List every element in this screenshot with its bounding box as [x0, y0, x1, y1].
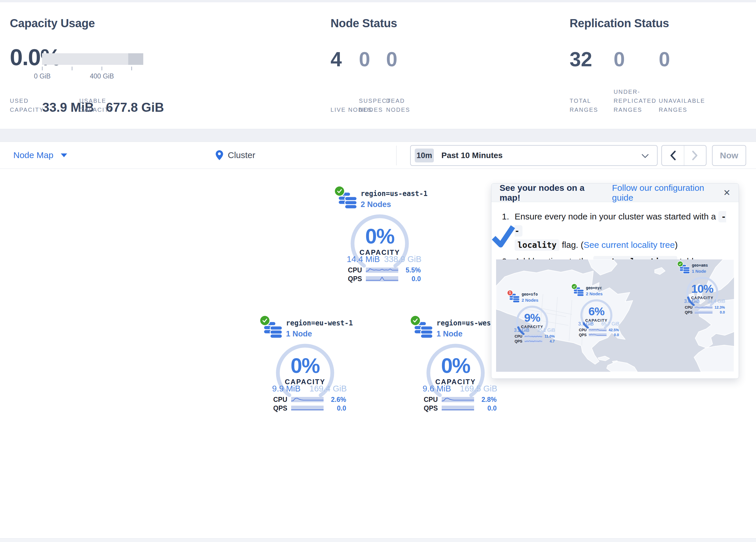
- cpu-sparkline: [524, 335, 542, 338]
- node-locality-card: region=us-east-1 2 Nodes 0% CAPACITY 14.…: [331, 185, 429, 281]
- node-status-title: Node Status: [331, 17, 397, 30]
- capacity-gauge: 0% CAPACITY: [424, 341, 487, 405]
- locality-name[interactable]: geo=sfo: [522, 292, 538, 297]
- check-icon: [491, 224, 517, 250]
- qps-label: QPS: [579, 333, 589, 337]
- dead-nodes-label: DEAD NODES: [386, 96, 430, 114]
- locality-name[interactable]: geo=ams: [692, 263, 708, 267]
- next-range-button[interactable]: [684, 146, 706, 165]
- locality-node-count[interactable]: 1 Node: [286, 330, 353, 339]
- total-ranges-count: 32: [570, 49, 592, 69]
- capacity-gauge: 0% CAPACITY: [348, 212, 412, 276]
- step-text: flag. (: [559, 240, 583, 249]
- warning-status-icon: 1: [507, 290, 513, 296]
- live-nodes-count: 4: [331, 49, 342, 69]
- capacity-usage-bar-segment: [128, 53, 143, 65]
- locality-node-count[interactable]: 1 Node: [692, 269, 708, 274]
- dead-nodes-count: 0: [386, 49, 397, 69]
- locality-tree-link[interactable]: See current locality tree: [583, 240, 675, 249]
- cpu-label: CPU: [348, 266, 366, 274]
- qps-sparkline: [524, 340, 542, 343]
- qps-value: 0.0: [412, 275, 421, 283]
- popup-header: See your nodes on a map! Follow our conf…: [491, 183, 739, 202]
- locality-breadcrumb[interactable]: Cluster: [216, 142, 255, 168]
- map-pin-icon: [216, 150, 223, 160]
- locality-name[interactable]: region=us-east-1: [361, 190, 427, 198]
- cpu-sparkline: [442, 397, 474, 402]
- usable-capacity-value: 677.8 GiB: [106, 101, 164, 114]
- cpu-label: CPU: [515, 334, 524, 339]
- used-capacity: 14.4 MiB: [347, 254, 380, 264]
- node-locality-card: region=us-west-1 1 Node 0% CAPACITY 9.6 …: [406, 315, 505, 410]
- locality-node-count[interactable]: 2 Nodes: [522, 298, 538, 303]
- replication-status-title: Replication Status: [570, 17, 669, 30]
- prev-range-button[interactable]: [662, 146, 684, 165]
- view-selector-label: Node Map: [13, 150, 53, 160]
- suspect-nodes-count: 0: [359, 49, 370, 69]
- used-capacity: 3.2 GiB: [514, 328, 529, 333]
- cluster-summary-panel: Capacity Usage 0.0% 0 GiB 400 GiB USED C…: [0, 2, 756, 129]
- close-icon[interactable]: ✕: [723, 187, 731, 198]
- now-button[interactable]: Now: [712, 145, 746, 166]
- locality-node-count[interactable]: 2 Nodes: [586, 292, 603, 297]
- time-range-label: Past 10 Minutes: [441, 151, 503, 160]
- warning-count: 1: [509, 291, 511, 295]
- cpu-label: CPU: [273, 396, 291, 404]
- total-capacity: 338.9 GiB: [384, 254, 421, 264]
- configuration-guide-link[interactable]: Follow our configuration guide: [612, 183, 723, 203]
- cpu-value: 12.3%: [715, 305, 725, 310]
- popup-title: See your nodes on a map!: [500, 183, 603, 203]
- node-locality-card: 1 geo=sfo 2 Nodes: [505, 290, 559, 342]
- cpu-label: CPU: [579, 328, 589, 332]
- cpu-value: 2.6%: [331, 396, 346, 404]
- used-capacity: 9.9 MiB: [272, 384, 300, 394]
- locality-name[interactable]: region=eu-west-1: [286, 319, 353, 327]
- qps-sparkline: [291, 406, 324, 411]
- locality-name[interactable]: geo=nyc: [586, 286, 603, 290]
- time-range-dropdown[interactable]: 10m Past 10 Minutes: [410, 145, 658, 166]
- axis-tick: [42, 67, 43, 70]
- cpu-value: 42.5%: [609, 328, 619, 332]
- qps-value: 4.7: [550, 339, 555, 344]
- qps-sparkline: [366, 276, 398, 282]
- qps-value: 0.0: [614, 333, 619, 337]
- qps-value: 0.0: [720, 310, 725, 315]
- qps-label: QPS: [348, 275, 366, 283]
- cpu-value: 5.5%: [406, 266, 421, 274]
- under-replicated-ranges-count: 0: [614, 49, 625, 69]
- axis-tick: [131, 67, 132, 70]
- qps-sparkline: [695, 311, 713, 314]
- step-text: Ensure every node in your cluster was st…: [515, 212, 718, 221]
- footer-bar: [0, 538, 756, 542]
- nodemap-config-popup: See your nodes on a map! Follow our conf…: [491, 183, 739, 379]
- capacity-percent: 0%: [441, 355, 470, 376]
- chevron-down-icon: [641, 154, 649, 158]
- axis-tick-label: 0 GiB: [34, 72, 51, 80]
- capacity-percent: 9%: [524, 312, 540, 324]
- used-capacity: 3.6 GiB: [684, 299, 700, 304]
- capacity-percent: 0%: [365, 226, 394, 247]
- total-capacity: 35.1 GiB: [537, 328, 555, 333]
- healthy-status-icon: [677, 261, 683, 267]
- used-capacity: 3.7 GiB: [578, 322, 594, 327]
- locality-node-count[interactable]: 2 Nodes: [361, 200, 427, 209]
- capacity-usage-title: Capacity Usage: [10, 17, 95, 30]
- cpu-label: CPU: [685, 305, 695, 310]
- healthy-status-icon: [334, 185, 345, 196]
- unavailable-ranges-label: UNAVAILABLE RANGES: [659, 96, 717, 114]
- cpu-value: 11.0%: [544, 334, 555, 339]
- healthy-status-icon: [571, 284, 577, 290]
- view-selector-dropdown[interactable]: Node Map: [13, 142, 67, 168]
- healthy-status-icon: [259, 315, 270, 326]
- cpu-sparkline: [589, 329, 607, 332]
- qps-label: QPS: [273, 405, 291, 412]
- time-range-stepper: [661, 145, 707, 166]
- step-1: 1. Ensure every node in your cluster was…: [502, 209, 728, 252]
- locality-flag-code: locality: [515, 239, 559, 251]
- used-capacity: 9.6 MiB: [423, 384, 451, 394]
- axis-tick: [102, 67, 102, 70]
- chevron-right-icon: [692, 150, 698, 160]
- capacity-percent: 6%: [588, 306, 604, 317]
- cpu-sparkline: [291, 397, 324, 402]
- cpu-label: CPU: [424, 396, 442, 404]
